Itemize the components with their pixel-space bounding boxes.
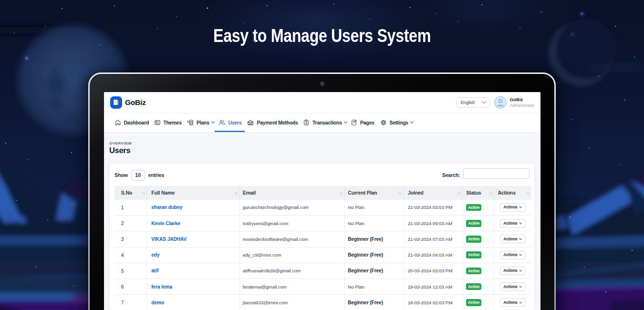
svg-text:$: $ (187, 120, 189, 123)
svg-text:$: $ (305, 121, 307, 125)
